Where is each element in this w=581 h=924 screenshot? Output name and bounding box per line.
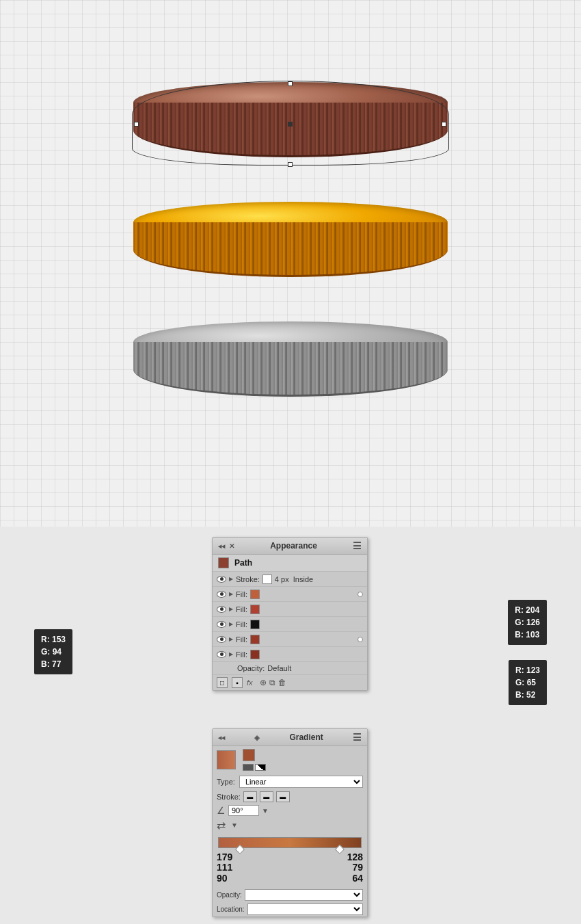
panel-collapse-btn[interactable]: ◂◂ [218,542,225,550]
fill-row-4: ▶ Fill: [213,632,367,647]
tooltip-light-brown: R: 153 G: 94 B: 77 [34,629,72,674]
right-g-value: 79 [347,862,363,873]
fill-label-5: Fill: [236,650,247,659]
path-row: Path [213,555,367,572]
stroke-btn-2[interactable]: ▬ [260,791,273,802]
gray-disc[interactable] [133,321,448,410]
appearance-panel-menu[interactable]: ☰ [353,540,362,551]
expand-arrow-fill4[interactable]: ▶ [229,636,233,642]
stroke-btn-3[interactable]: ▬ [276,791,290,802]
type-label: Type: [217,778,235,786]
handle-bottom-center[interactable] [288,162,293,167]
tooltip-mid-brown: R: 204 G: 126 B: 103 [508,600,547,645]
gradient-panel-menu[interactable]: ☰ [353,732,362,743]
opacity-small-label: Opacity: [217,891,242,899]
gradient-preview-swatch[interactable] [217,750,236,769]
gradient-arrow-icon: ◈ [254,734,260,741]
gradient-panel-title: Gradient [289,732,323,742]
path-label: Path [234,558,252,568]
handle-top-center[interactable] [288,81,293,86]
angle-icon: ∠ [217,805,226,816]
visibility-icon-fill3[interactable] [217,621,226,628]
opacity-row: Opacity: Default [213,662,367,675]
reverse-dropdown[interactable]: ▼ [231,821,238,829]
gradient-header-row [213,746,367,774]
opacity-small-select[interactable] [245,889,363,901]
gradient-left-stop-values: 179 111 90 [217,852,232,884]
fill-color-swatch-2[interactable] [250,605,260,614]
fill-label-1: Fill: [236,590,247,598]
add-icon[interactable]: ⊕ [260,678,267,687]
stroke-color-swatch[interactable] [262,575,272,584]
gray-disc-side [133,342,448,397]
tooltip-light-g: G: 94 [41,646,66,658]
tooltip-dark-brown: R: 123 G: 65 B: 52 [509,660,547,705]
fill-label-3: Fill: [236,620,247,629]
gradient-type-row: Type: Linear [213,774,367,790]
panel-bottom-bar: □ ▪ fx ⊕ ⧉ 🗑 [213,675,367,690]
tooltip-mid-r: R: 204 [515,604,540,616]
gradient-collapse-btn[interactable]: ◂◂ [218,734,225,741]
panel-header-controls: ◂◂ ✕ [218,542,234,550]
fill-row-1: ▶ Fill: [213,587,367,602]
orange-disc-side [133,222,448,277]
expand-arrow-fill2[interactable]: ▶ [229,606,233,612]
square-icon[interactable]: □ [217,677,228,688]
visibility-icon-fill2[interactable] [217,606,226,613]
appearance-panel-header: ◂◂ ✕ Appearance ☰ [213,538,367,555]
stroke-row: ▶ Stroke: 4 px Inside [213,572,367,587]
location-select[interactable] [247,903,363,915]
stroke-label: Stroke: [236,575,260,583]
expand-arrow-fill3[interactable]: ▶ [229,621,233,627]
expand-arrow-fill5[interactable]: ▶ [229,651,233,657]
left-g-value: 111 [217,862,232,873]
duplicate-icon[interactable]: ⧉ [269,678,275,687]
circle-indicator-1 [357,592,363,597]
visibility-icon-fill5[interactable] [217,651,226,658]
orange-disc[interactable] [133,202,448,291]
angle-input[interactable] [228,805,259,816]
fill-color-swatch-5[interactable] [250,650,260,659]
gradient-secondary-swatch[interactable] [243,749,255,761]
angle-dropdown-arrow[interactable]: ▼ [262,807,269,815]
fill-icon[interactable]: ▪ [232,677,243,688]
gradient-numbers-row: 179 111 90 128 79 64 [213,851,367,888]
tooltip-dark-g: G: 65 [515,676,540,689]
handle-right-center[interactable] [442,122,446,127]
visibility-icon-fill4[interactable] [217,636,226,643]
gradient-type-select[interactable]: Linear [239,776,363,788]
canvas-area [0,0,581,527]
gradient-stroke-label: Stroke: [217,793,241,801]
gradient-panel: ◂◂ ◈ Gradient ☰ Type: Linear [212,728,368,917]
tooltip-dark-b: B: 52 [515,689,540,701]
gradient-bar[interactable] [218,837,362,848]
reverse-icon[interactable]: ⇄ [217,819,226,832]
trash-icon[interactable]: 🗑 [278,678,286,687]
visibility-icon-stroke[interactable] [217,576,226,583]
fill-label-4: Fill: [236,635,247,644]
gradient-stroke-row: Stroke: ▬ ▬ ▬ [213,790,367,804]
stroke-btn-1[interactable]: ▬ [243,791,257,802]
fx-label[interactable]: fx [247,678,253,687]
gradient-bar-container [213,833,367,851]
fill-color-swatch-1[interactable] [250,590,260,599]
tooltip-mid-g: G: 126 [515,616,540,629]
fill-color-swatch-4[interactable] [250,635,260,644]
left-r-value: 179 [217,852,232,862]
tooltip-light-b: B: 77 [41,658,66,670]
expand-arrow-fill1[interactable]: ▶ [229,591,233,597]
gradient-reverse-row: ⇄ ▼ [213,817,367,833]
fill-color-swatch-3[interactable] [250,620,260,629]
visibility-icon-fill1[interactable] [217,591,226,598]
tooltip-light-r: R: 153 [41,633,66,646]
expand-arrow-stroke[interactable]: ▶ [229,576,233,582]
opacity-label: Opacity: [217,664,265,672]
stroke-preview [243,764,254,771]
panel-close-btn[interactable]: ✕ [229,542,234,550]
handle-left-center[interactable] [134,122,139,127]
location-row: Location: [213,902,367,916]
fill-row-5: ▶ Fill: [213,647,367,662]
gradient-angle-row: ∠ ▼ [213,804,367,817]
opacity-value: Default [267,664,291,672]
handle-center[interactable] [288,122,293,127]
